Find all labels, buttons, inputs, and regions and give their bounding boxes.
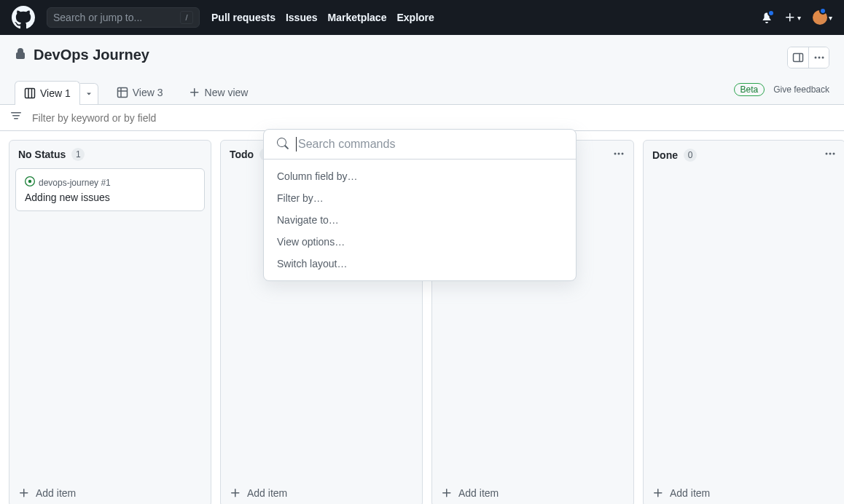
tabs-left: View 1 View 3 New view [15, 80, 255, 104]
global-header: Search or jump to... / Pull requests Iss… [0, 0, 844, 35]
feedback-link[interactable]: Give feedback [773, 84, 829, 95]
tab-view-1[interactable]: View 1 [15, 81, 80, 105]
palette-item-navigate-to[interactable]: Navigate to… [264, 209, 576, 231]
column-count: 0 [684, 149, 697, 162]
new-view-label: New view [205, 87, 249, 98]
search-key-hint: / [180, 11, 193, 24]
nav-pull-requests[interactable]: Pull requests [211, 12, 276, 23]
search-placeholder: Search or jump to... [53, 12, 142, 23]
svg-point-3 [818, 57, 820, 59]
nav-explore[interactable]: Explore [396, 12, 434, 23]
column-header: No Status 1 [9, 141, 211, 168]
text-cursor [296, 137, 297, 151]
project-header: DevOps Journey [0, 35, 844, 81]
add-item-label: Add item [247, 487, 287, 499]
project-actions [787, 47, 829, 68]
column-body [644, 169, 844, 480]
column-count: 1 [71, 148, 85, 161]
svg-point-13 [618, 153, 620, 155]
add-item-button[interactable]: Add item [644, 480, 844, 504]
palette-item-switch-layout[interactable]: Switch layout… [264, 253, 576, 275]
nav-marketplace[interactable]: Marketplace [328, 12, 387, 23]
header-right: ▾ ▾ [761, 10, 832, 25]
notification-badge [767, 9, 775, 17]
user-status-badge [819, 7, 827, 15]
add-item-button[interactable]: Add item [9, 480, 211, 504]
issue-open-icon [25, 176, 35, 189]
search-icon [277, 138, 289, 151]
lock-icon [15, 48, 26, 62]
add-item-label: Add item [36, 487, 76, 499]
palette-search-row [264, 130, 576, 160]
panel-toggle-button[interactable] [788, 47, 808, 68]
beta-badge: Beta [734, 83, 765, 96]
column-title: Todo [230, 149, 254, 160]
views-tabs-bar: View 1 View 3 New view Beta Give feedbac… [0, 80, 844, 105]
nav-issues[interactable]: Issues [286, 12, 318, 23]
svg-rect-5 [26, 89, 35, 98]
add-item-label: Add item [670, 487, 710, 499]
svg-rect-8 [117, 88, 127, 98]
card-reference: devops-journey #1 [25, 176, 195, 189]
filter-input[interactable] [32, 112, 834, 124]
add-item-label: Add item [458, 487, 499, 499]
caret-down-icon: ▾ [829, 14, 832, 22]
column-header: Done 0 [644, 141, 844, 169]
global-search-input[interactable]: Search or jump to... / [47, 7, 200, 28]
board-layout-icon [24, 87, 36, 99]
card-ref-text: devops-journey #1 [39, 178, 111, 188]
more-actions-button[interactable] [808, 47, 829, 68]
column-title: Done [652, 149, 678, 161]
filter-bar [0, 105, 844, 131]
svg-point-15 [826, 153, 828, 155]
notifications-icon[interactable] [761, 12, 773, 23]
svg-point-16 [829, 153, 832, 155]
active-tab-group: View 1 [15, 81, 98, 104]
project-title: DevOps Journey [34, 47, 149, 63]
svg-point-17 [833, 153, 835, 155]
create-new-menu[interactable]: ▾ [784, 12, 801, 23]
palette-list: Column field by… Filter by… Navigate to…… [264, 160, 576, 280]
command-palette: Column field by… Filter by… Navigate to…… [263, 129, 577, 281]
tab-label: View 3 [133, 87, 163, 98]
tab-label: View 1 [40, 87, 71, 99]
svg-point-12 [614, 153, 617, 155]
primary-nav: Pull requests Issues Marketplace Explore [211, 12, 434, 23]
svg-rect-0 [794, 54, 803, 62]
tab-view-1-dropdown[interactable] [80, 83, 98, 105]
user-menu[interactable]: ▾ [813, 10, 832, 25]
add-item-button[interactable]: Add item [432, 480, 633, 504]
svg-point-11 [28, 180, 31, 183]
header-left: Search or jump to... / Pull requests Iss… [12, 6, 434, 29]
column-menu-button[interactable] [613, 148, 625, 162]
issue-card[interactable]: devops-journey #1 Adding new issues [15, 168, 205, 211]
column-menu-button[interactable] [824, 148, 836, 162]
column-done: Done 0 Add item [643, 140, 844, 504]
palette-item-view-options[interactable]: View options… [264, 231, 576, 253]
svg-point-14 [622, 153, 624, 155]
svg-point-2 [814, 57, 816, 59]
palette-search-input[interactable] [298, 138, 563, 151]
tab-view-3[interactable]: View 3 [107, 80, 173, 104]
filter-icon[interactable] [10, 111, 22, 125]
project-title-row: DevOps Journey [15, 47, 149, 63]
table-layout-icon [117, 87, 128, 98]
column-title: No Status [18, 149, 66, 160]
column-no-status: No Status 1 devops-journey #1 Adding new… [9, 140, 211, 504]
column-body: devops-journey #1 Adding new issues [9, 168, 211, 480]
new-view-button[interactable]: New view [181, 81, 256, 104]
tabs-right: Beta Give feedback [734, 83, 829, 102]
palette-item-filter-by[interactable]: Filter by… [264, 187, 576, 209]
palette-item-column-field[interactable]: Column field by… [264, 165, 576, 187]
github-logo-icon[interactable] [12, 6, 35, 29]
caret-down-icon: ▾ [797, 14, 801, 22]
card-title: Adding new issues [25, 192, 195, 203]
add-item-button[interactable]: Add item [221, 480, 422, 504]
svg-point-4 [821, 57, 824, 59]
